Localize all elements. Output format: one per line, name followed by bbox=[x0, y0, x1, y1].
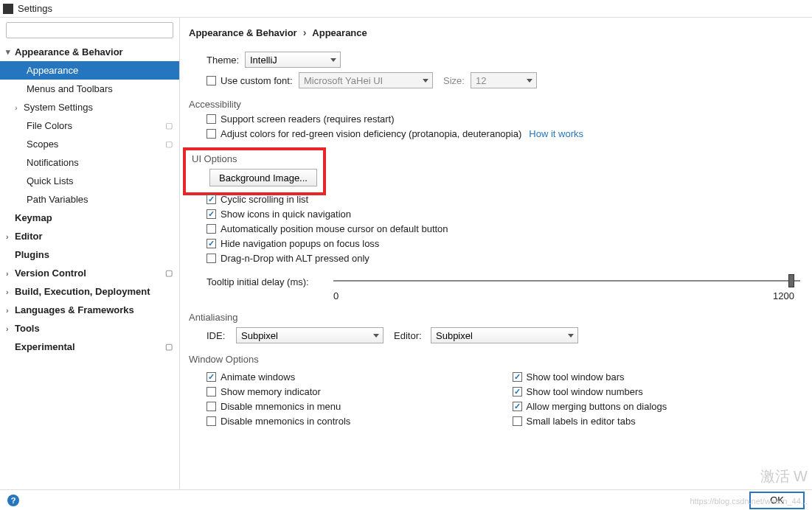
accessibility-title: Accessibility bbox=[189, 99, 800, 110]
project-tag-icon: ▢ bbox=[163, 121, 175, 130]
chevron-right-icon: › bbox=[303, 27, 307, 38]
slider-max: 1200 bbox=[773, 290, 794, 301]
breadcrumb: Appearance & Behavior › Appearance bbox=[189, 18, 800, 47]
chevron-down-icon bbox=[330, 58, 336, 62]
search-input[interactable] bbox=[6, 22, 173, 38]
small-labels-checkbox[interactable] bbox=[513, 416, 522, 426]
project-tag-icon: ▢ bbox=[163, 342, 175, 352]
tree-plugins[interactable]: Plugins bbox=[0, 245, 179, 264]
background-image-button[interactable]: Background Image... bbox=[209, 169, 317, 186]
screen-readers-checkbox[interactable] bbox=[207, 114, 216, 124]
tree-build[interactable]: ›Build, Execution, Deployment bbox=[0, 282, 179, 301]
chevron-down-icon bbox=[423, 79, 428, 83]
merge-btns-label: Allow merging buttons on dialogs bbox=[527, 401, 667, 412]
disable-menu-label: Disable mnemonics in menu bbox=[221, 401, 341, 412]
theme-label: Theme: bbox=[207, 55, 245, 66]
show-icons-label: Show icons in quick navigation bbox=[221, 209, 351, 220]
tree-menus-toolbars[interactable]: Menus and Toolbars bbox=[0, 80, 179, 98]
tooltip-delay-label: Tooltip initial delay (ms): bbox=[207, 276, 323, 287]
adjust-colors-checkbox[interactable] bbox=[207, 129, 216, 139]
theme-select[interactable]: IntelliJ bbox=[245, 52, 341, 68]
editor-aa-select[interactable]: Subpixel bbox=[431, 327, 578, 343]
animate-label: Animate windows bbox=[221, 371, 295, 382]
editor-aa-label: Editor: bbox=[394, 330, 431, 341]
tree-appearance-behavior[interactable]: ▾Appearance & Behavior bbox=[0, 43, 179, 61]
main-area: ▾Appearance & Behavior Appearance Menus … bbox=[0, 18, 812, 489]
theme-row: Theme: IntelliJ bbox=[207, 52, 800, 68]
project-tag-icon: ▢ bbox=[163, 268, 175, 278]
settings-tree: ▾Appearance & Behavior Appearance Menus … bbox=[0, 43, 179, 489]
disable-mnemonics-menu-checkbox[interactable] bbox=[207, 402, 216, 411]
tree-scopes[interactable]: Scopes▢ bbox=[0, 135, 179, 153]
search-wrap bbox=[0, 18, 179, 43]
dnd-alt-label: Drag-n-Drop with ALT pressed only bbox=[221, 253, 369, 264]
tool-bars-label: Show tool window bars bbox=[527, 371, 625, 382]
tooltip-delay-slider[interactable] bbox=[333, 273, 800, 290]
chevron-down-icon bbox=[527, 79, 532, 83]
auto-cursor-label: Automatically position mouse cursor on d… bbox=[221, 223, 448, 234]
highlight-annotation: UI Options Background Image... bbox=[183, 147, 326, 195]
tree-experimental[interactable]: Experimental▢ bbox=[0, 338, 179, 356]
left-panel: ▾Appearance & Behavior Appearance Menus … bbox=[0, 18, 180, 489]
window-title: Settings bbox=[18, 3, 52, 14]
content-panel: Appearance & Behavior › Appearance Theme… bbox=[180, 18, 812, 489]
font-label: Use custom font: bbox=[221, 75, 299, 86]
animate-windows-checkbox[interactable] bbox=[207, 372, 216, 382]
cyclic-scrolling-checkbox[interactable] bbox=[207, 195, 216, 204]
dnd-alt-checkbox[interactable] bbox=[207, 254, 216, 263]
use-custom-font-checkbox[interactable] bbox=[207, 76, 216, 85]
custom-font-row: Use custom font: Microsoft YaHei UI Size… bbox=[207, 72, 800, 88]
auto-cursor-checkbox[interactable] bbox=[207, 224, 216, 234]
ui-options-title: UI Options bbox=[192, 153, 317, 164]
crumb-current: Appearance bbox=[312, 27, 367, 38]
adjust-colors-label: Adjust colors for red-green vision defic… bbox=[221, 128, 521, 139]
help-icon[interactable]: ? bbox=[7, 495, 19, 506]
chevron-down-icon bbox=[568, 334, 574, 338]
slider-track bbox=[333, 280, 800, 282]
how-it-works-link[interactable]: How it works bbox=[529, 128, 583, 139]
font-size-select[interactable]: 12 bbox=[471, 72, 537, 88]
cyclic-label: Cyclic scrolling in list bbox=[221, 194, 308, 205]
title-bar: Settings bbox=[0, 0, 812, 18]
screen-readers-label: Support screen readers (requires restart… bbox=[221, 113, 395, 125]
tool-window-bars-checkbox[interactable] bbox=[513, 372, 522, 382]
tree-keymap[interactable]: Keymap bbox=[0, 209, 179, 227]
tool-numbers-label: Show tool window numbers bbox=[527, 386, 643, 397]
font-family-select[interactable]: Microsoft YaHei UI bbox=[299, 72, 433, 88]
tree-system-settings[interactable]: ›System Settings bbox=[0, 98, 179, 116]
tree-notifications[interactable]: Notifications bbox=[0, 153, 179, 172]
ok-button[interactable]: OK bbox=[749, 492, 805, 509]
ide-aa-label: IDE: bbox=[207, 330, 236, 341]
tree-editor[interactable]: ›Editor bbox=[0, 227, 179, 245]
small-labels-label: Small labels in editor tabs bbox=[527, 416, 636, 427]
tooltip-delay-row: Tooltip initial delay (ms): bbox=[207, 273, 800, 290]
hide-popups-label: Hide navigation popups on focus loss bbox=[221, 238, 379, 249]
tree-tools[interactable]: ›Tools bbox=[0, 319, 179, 338]
memory-indicator-checkbox[interactable] bbox=[207, 387, 216, 397]
hide-popups-checkbox[interactable] bbox=[207, 239, 216, 248]
memory-label: Show memory indicator bbox=[221, 386, 321, 397]
app-icon bbox=[3, 4, 13, 14]
slider-min: 0 bbox=[333, 290, 339, 301]
chevron-down-icon bbox=[373, 334, 379, 338]
disable-ctrl-label: Disable mnemonics in controls bbox=[221, 416, 350, 427]
window-options-title: Window Options bbox=[189, 354, 800, 365]
tool-window-numbers-checkbox[interactable] bbox=[513, 387, 522, 397]
project-tag-icon: ▢ bbox=[163, 139, 175, 149]
disable-mnemonics-controls-checkbox[interactable] bbox=[207, 416, 216, 426]
slider-thumb[interactable] bbox=[788, 274, 794, 287]
antialiasing-title: Antialiasing bbox=[189, 312, 800, 323]
tree-path-variables[interactable]: Path Variables bbox=[0, 190, 179, 209]
tree-quick-lists[interactable]: Quick Lists bbox=[0, 172, 179, 190]
tree-version-control[interactable]: ›Version Control▢ bbox=[0, 264, 179, 282]
merge-buttons-checkbox[interactable] bbox=[513, 402, 522, 411]
ide-aa-select[interactable]: Subpixel bbox=[236, 327, 384, 343]
crumb-parent: Appearance & Behavior bbox=[189, 27, 297, 38]
tree-appearance[interactable]: Appearance bbox=[0, 61, 179, 80]
footer: ? OK bbox=[0, 489, 812, 510]
show-icons-checkbox[interactable] bbox=[207, 209, 216, 219]
tree-file-colors[interactable]: File Colors▢ bbox=[0, 116, 179, 135]
tree-languages[interactable]: ›Languages & Frameworks bbox=[0, 301, 179, 319]
font-size-label: Size: bbox=[443, 75, 465, 86]
